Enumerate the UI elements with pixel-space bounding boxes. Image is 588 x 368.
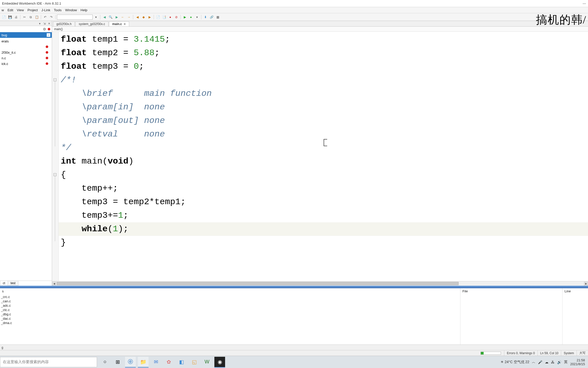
module-icon[interactable]: ▦ bbox=[215, 14, 220, 20]
pin-icon[interactable]: ⇲ bbox=[43, 22, 46, 25]
scrollbar-thumb[interactable] bbox=[57, 282, 459, 285]
print-icon[interactable]: 🖨 bbox=[13, 14, 19, 20]
ide-icon[interactable]: ◉ bbox=[214, 357, 225, 367]
save-icon[interactable]: 💾 bbox=[7, 14, 13, 20]
code-line[interactable]: \brief main function bbox=[61, 87, 586, 100]
cut-icon[interactable]: ✂ bbox=[22, 14, 27, 20]
code-line[interactable]: float temp1 = 3.1415; bbox=[61, 33, 586, 46]
app3-icon[interactable]: ◱ bbox=[189, 357, 200, 367]
explorer-icon[interactable]: 📁 bbox=[138, 357, 149, 367]
code-line[interactable]: \retval none bbox=[61, 128, 586, 141]
gear-icon[interactable]: ⚙ bbox=[43, 27, 46, 31]
edge-icon[interactable]: ⓔ bbox=[125, 357, 136, 367]
dropdown-icon[interactable]: ▾ bbox=[38, 22, 42, 25]
weather-widget[interactable]: ☀ 24°C 空气优 22 bbox=[500, 360, 530, 364]
build-message[interactable]: _dma.c bbox=[0, 321, 460, 325]
fold-toggle-icon[interactable]: − bbox=[54, 78, 56, 81]
code-line[interactable]: temp++; bbox=[61, 182, 586, 195]
system-tray[interactable]: ☀ 24°C 空气优 22 ︿ 🎤 ☁ 🖧 🔊 英 21:58 2021/8/1… bbox=[500, 358, 588, 366]
workspace-item[interactable]: erals bbox=[0, 38, 52, 44]
build-message[interactable]: _adc.c bbox=[0, 303, 460, 308]
code-line[interactable]: temp3+=1; bbox=[61, 209, 586, 222]
menu-item-window[interactable]: Window bbox=[65, 8, 77, 12]
splitter[interactable] bbox=[0, 286, 588, 288]
undo-icon[interactable]: ↶ bbox=[42, 14, 48, 20]
toggle-bp-icon[interactable]: ● bbox=[167, 14, 173, 20]
code-line[interactable]: /*! bbox=[61, 73, 586, 87]
app2-icon[interactable]: ◧ bbox=[176, 357, 187, 367]
app4-icon[interactable]: W bbox=[202, 357, 212, 367]
code-line[interactable]: while(1); bbox=[61, 222, 586, 236]
tray-mic-icon[interactable]: 🎤 bbox=[538, 360, 542, 364]
go-icon[interactable]: ● bbox=[188, 14, 194, 20]
horizontal-scrollbar[interactable]: ◀ ▶ bbox=[52, 281, 588, 286]
code-line[interactable]: temp3 = temp2*temp1; bbox=[61, 195, 586, 209]
redo-icon[interactable]: ↷ bbox=[48, 14, 54, 20]
taskbar-search[interactable]: 在这里输入你要搜索的内容 bbox=[0, 357, 97, 367]
paste-icon[interactable]: 📋 bbox=[34, 14, 40, 20]
copy-icon[interactable]: ⧉ bbox=[28, 14, 33, 20]
tray-net-icon[interactable]: 🖧 bbox=[551, 360, 555, 364]
fold-margin[interactable]: −− bbox=[52, 32, 59, 281]
new-icon[interactable]: 📄 bbox=[1, 14, 7, 20]
nav-back-icon[interactable]: ◀ bbox=[102, 14, 107, 20]
mail-icon[interactable]: ✉ bbox=[151, 357, 161, 367]
code-line[interactable]: { bbox=[61, 168, 586, 182]
tray-chevron-icon[interactable]: ︿ bbox=[532, 360, 535, 364]
fold-toggle-icon[interactable]: − bbox=[54, 173, 56, 176]
stop-build-icon[interactable]: ⊘ bbox=[174, 14, 179, 20]
code-line[interactable]: float temp3 = 0; bbox=[61, 60, 586, 73]
step-fwd-icon[interactable]: → bbox=[126, 14, 132, 20]
menu-item-tools[interactable]: Tools bbox=[54, 8, 62, 12]
workspace-tab[interactable]: test bbox=[8, 281, 18, 286]
menu-item-j-link[interactable]: J-Link bbox=[41, 8, 50, 12]
log-tab[interactable]: g bbox=[2, 346, 3, 349]
close-icon[interactable]: ✕ bbox=[47, 22, 51, 25]
code-line[interactable]: \param[in] none bbox=[61, 100, 586, 114]
tray-clock[interactable]: 21:58 2021/8/15 bbox=[570, 358, 585, 366]
editor-tab[interactable]: main.c✕ bbox=[109, 21, 129, 26]
taskview-icon[interactable]: ⊞ bbox=[112, 357, 123, 367]
code-line[interactable]: float temp2 = 5.88; bbox=[61, 46, 586, 60]
menu-item-edit[interactable]: Edit bbox=[7, 8, 13, 12]
bookmark-icon[interactable]: ◆ bbox=[141, 14, 146, 20]
download-icon[interactable]: ⬇ bbox=[203, 14, 208, 20]
build-message[interactable]: _dac.c bbox=[0, 316, 460, 321]
menu-item-help[interactable]: Help bbox=[81, 8, 88, 12]
menu-item-project[interactable]: Project bbox=[28, 8, 38, 12]
nav-fwd-icon[interactable]: ▶ bbox=[114, 14, 119, 20]
link-icon[interactable]: 🔗 bbox=[209, 14, 214, 20]
function-dropdown[interactable]: main() bbox=[52, 27, 588, 32]
config-selector[interactable]: bug ✓ bbox=[0, 32, 52, 38]
code-line[interactable]: } bbox=[61, 236, 586, 249]
make-icon[interactable]: 📑 bbox=[161, 14, 167, 20]
bookmark-next-icon[interactable]: ▶ bbox=[147, 14, 152, 20]
build-message[interactable]: _crc.c bbox=[0, 295, 460, 299]
dropdown-icon[interactable]: ▾ bbox=[93, 14, 99, 20]
workspace-tab[interactable]: ct bbox=[0, 281, 8, 286]
build-message[interactable]: _dbg.c bbox=[0, 312, 460, 316]
close-icon[interactable]: ✕ bbox=[124, 22, 126, 26]
workspace-item[interactable] bbox=[0, 44, 52, 50]
workspace-tree[interactable]: erals2f30x_it.cn.cick.c bbox=[0, 38, 52, 281]
scroll-left-icon[interactable]: ◀ bbox=[52, 282, 56, 286]
menu-item-w[interactable]: w bbox=[2, 8, 4, 12]
editor-tab[interactable]: gd32f30x.h bbox=[53, 21, 75, 26]
build-message[interactable]: _can.c bbox=[0, 299, 460, 303]
workspace-item[interactable]: 2f30x_it.c bbox=[0, 50, 52, 55]
search-combo[interactable] bbox=[57, 15, 93, 20]
code-editor[interactable]: float temp1 = 3.1415;float temp2 = 5.88;… bbox=[59, 32, 588, 281]
code-line[interactable]: */ bbox=[61, 141, 586, 155]
editor-tab[interactable]: system_gd32f30x.c bbox=[75, 21, 108, 26]
tray-ime-lang[interactable]: 英 bbox=[564, 360, 568, 364]
debug-icon[interactable]: ▶ bbox=[182, 14, 188, 20]
workspace-item[interactable]: ick.c bbox=[0, 61, 52, 66]
build-message[interactable]: _ctc.c bbox=[0, 308, 460, 312]
tray-cloud-icon[interactable]: ☁ bbox=[545, 360, 548, 364]
code-line[interactable]: int main(void) bbox=[61, 155, 586, 168]
menu-item-view[interactable]: View bbox=[17, 8, 24, 12]
build-list[interactable]: _crc.c_can.c_adc.c_ctc.c_dbg.c_dac.c_dma… bbox=[0, 294, 460, 326]
app1-icon[interactable]: ✿ bbox=[163, 357, 174, 367]
tray-vol-icon[interactable]: 🔊 bbox=[557, 360, 561, 364]
scroll-right-icon[interactable]: ▶ bbox=[584, 282, 588, 286]
